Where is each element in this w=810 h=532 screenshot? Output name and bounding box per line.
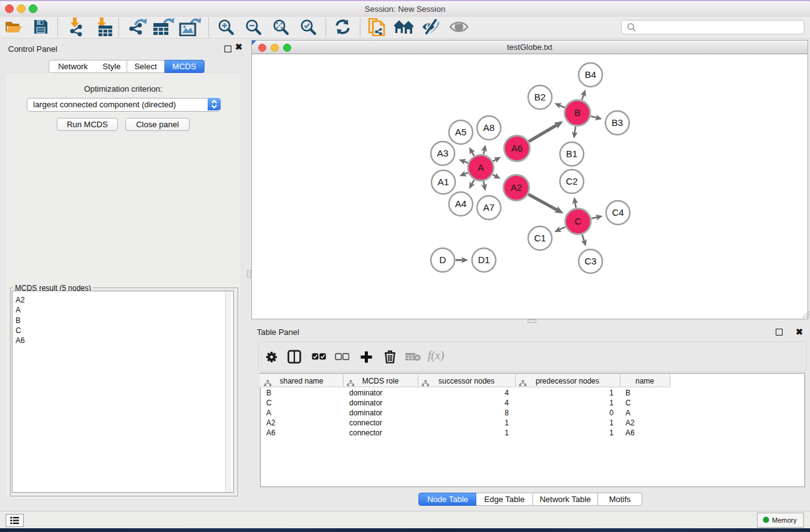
svg-text:C1: C1 bbox=[534, 233, 546, 243]
svg-text:C2: C2 bbox=[566, 176, 577, 186]
svg-text:A5: A5 bbox=[455, 127, 466, 137]
svg-text:A4: A4 bbox=[455, 198, 466, 209]
svg-text:A: A bbox=[478, 162, 484, 173]
svg-text:B: B bbox=[574, 107, 581, 118]
svg-text:A8: A8 bbox=[483, 122, 494, 133]
svg-text:B4: B4 bbox=[585, 69, 596, 80]
svg-text:B2: B2 bbox=[534, 92, 546, 102]
svg-text:A7: A7 bbox=[483, 202, 494, 213]
svg-text:D1: D1 bbox=[478, 254, 489, 265]
svg-text:A3: A3 bbox=[437, 148, 448, 158]
svg-text:C4: C4 bbox=[612, 207, 624, 218]
svg-text:C: C bbox=[575, 216, 582, 226]
svg-text:A6: A6 bbox=[511, 143, 523, 153]
svg-text:C3: C3 bbox=[584, 256, 596, 266]
svg-text:A2: A2 bbox=[511, 182, 522, 193]
svg-text:D: D bbox=[440, 254, 446, 265]
svg-text:B3: B3 bbox=[612, 117, 623, 128]
svg-text:B1: B1 bbox=[566, 148, 577, 159]
svg-text:A1: A1 bbox=[438, 177, 449, 187]
